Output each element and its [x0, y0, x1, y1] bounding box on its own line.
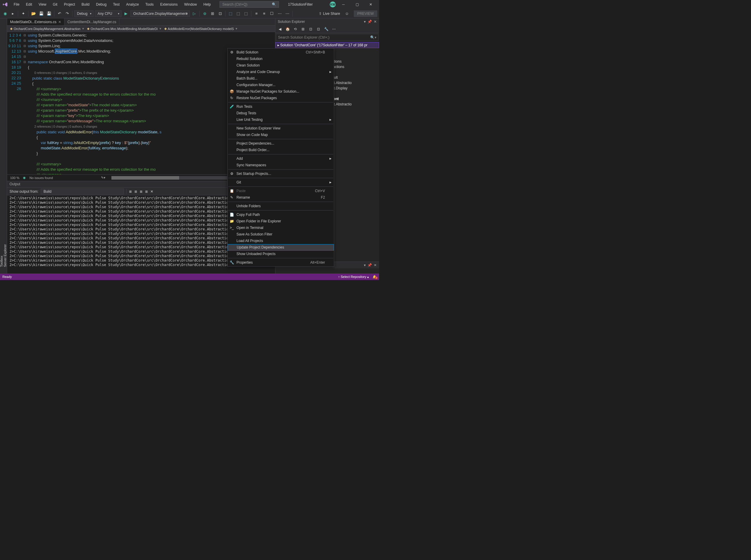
- se-wrench-icon[interactable]: 🔧: [323, 26, 330, 32]
- menu-window[interactable]: Window: [181, 1, 200, 8]
- dropdown-icon[interactable]: ▾: [364, 20, 366, 24]
- toolbox-tab[interactable]: Toolbox: [0, 21, 3, 267]
- menu-item-project-build-order-[interactable]: Project Build Order...: [228, 147, 334, 153]
- close-tab-icon[interactable]: ✕: [58, 20, 61, 24]
- tool-icon-9[interactable]: ☐: [269, 11, 275, 17]
- menu-item-show-on-code-map[interactable]: Show on Code Map: [228, 132, 334, 138]
- se-tool-2[interactable]: ⊡: [308, 26, 314, 32]
- menu-item-save-as-solution-filter[interactable]: Save As Solution Filter: [228, 231, 334, 238]
- back-button[interactable]: ◉: [2, 11, 8, 17]
- start-target-combo[interactable]: OrchardCore.DisplayManagement: [131, 11, 190, 17]
- menu-item-sync-namespaces[interactable]: Sync Namespaces: [228, 162, 334, 168]
- output-source-combo[interactable]: Build: [41, 188, 124, 195]
- menu-build[interactable]: Build: [79, 1, 93, 8]
- menu-item-update-project-dependencies[interactable]: Update Project Dependencies: [228, 244, 334, 251]
- tool-icon-5[interactable]: ⬚: [235, 11, 241, 17]
- breadcrumb-item[interactable]: ◆ OrchardCore.DisplayManagement.Abstract…: [9, 27, 86, 31]
- tool-icon-6[interactable]: ⬚: [243, 11, 249, 17]
- menu-item-configuration-manager-[interactable]: Configuration Manager...: [228, 82, 334, 88]
- menu-item-open-in-terminal[interactable]: >_Open in Terminal: [228, 224, 334, 231]
- live-share-button[interactable]: ⇪ Live Share: [316, 11, 342, 16]
- tool-icon-7[interactable]: ≡: [253, 11, 260, 17]
- menu-item-rebuild-solution[interactable]: Rebuild Solution: [228, 56, 334, 62]
- menu-item-set-startup-projects-[interactable]: ⚙Set Startup Projects...: [228, 171, 334, 177]
- menu-item-restore-nuget-packages[interactable]: ↻Restore NuGet Packages: [228, 95, 334, 101]
- menu-tools[interactable]: Tools: [142, 1, 157, 8]
- menu-edit[interactable]: Edit: [23, 1, 35, 8]
- menu-item-live-unit-testing[interactable]: Live Unit Testing▶: [228, 116, 334, 123]
- undo-icon[interactable]: ↶: [56, 11, 63, 17]
- menu-item-rename[interactable]: ✎RenameF2: [228, 194, 334, 201]
- breadcrumb-item[interactable]: ◆ AddModelError(ModelStateDictionary mod…: [163, 27, 239, 31]
- tool-icon-11[interactable]: ⋯: [284, 11, 291, 17]
- breadcrumb-item[interactable]: ◆ OrchardCore.Mvc.ModelBinding.ModelStat…: [86, 27, 163, 31]
- config-combo[interactable]: Debug: [74, 11, 94, 17]
- menu-file[interactable]: File: [11, 1, 22, 8]
- zoom-level[interactable]: 100 %: [10, 176, 19, 180]
- output-tool-2[interactable]: ≣: [134, 189, 137, 194]
- minimize-button[interactable]: ─: [337, 0, 349, 9]
- tool-icon-4[interactable]: ⬚: [227, 11, 234, 17]
- save-all-icon[interactable]: 💾: [46, 11, 52, 17]
- notifications-icon[interactable]: 🔔2: [373, 275, 377, 279]
- platform-combo[interactable]: Any CPU: [95, 11, 121, 17]
- maximize-button[interactable]: ▢: [351, 0, 363, 9]
- redo-icon[interactable]: ↷: [64, 11, 71, 17]
- start-no-debug-button[interactable]: ▷: [191, 11, 198, 17]
- close-panel-icon[interactable]: ✕: [374, 20, 377, 24]
- tool-icon-1[interactable]: ⊚: [201, 11, 208, 17]
- menu-item-analyze-and-code-cleanup[interactable]: Analyze and Code Cleanup▶: [228, 68, 334, 75]
- menu-item-properties[interactable]: 🔧PropertiesAlt+Enter: [228, 259, 334, 266]
- tool-icon-2[interactable]: ⊞: [209, 11, 216, 17]
- server-explorer-tab[interactable]: Server Explorer: [3, 21, 7, 267]
- feedback-icon[interactable]: ☺: [344, 11, 350, 17]
- menu-item-git[interactable]: Git▶: [228, 179, 334, 185]
- menu-view[interactable]: View: [36, 1, 49, 8]
- pin-icon[interactable]: 📌: [368, 20, 372, 24]
- new-project-icon[interactable]: ✦: [20, 11, 26, 17]
- se-search-box[interactable]: Search Solution Explorer (Ctrl+;) 🔍▾: [276, 34, 378, 41]
- tool-icon-3[interactable]: ⊡: [217, 11, 223, 17]
- se-tool-1[interactable]: ⊞: [300, 26, 306, 32]
- menu-test[interactable]: Test: [110, 1, 123, 8]
- menu-help[interactable]: Help: [200, 1, 214, 8]
- menu-item-debug-tests[interactable]: Debug Tests: [228, 110, 334, 116]
- se-tool-3[interactable]: ⊡: [315, 26, 322, 32]
- tool-icon-8[interactable]: ≡: [261, 11, 268, 17]
- menu-item-paste[interactable]: 📋PasteCtrl+V: [228, 188, 334, 194]
- start-button[interactable]: ▶: [123, 11, 129, 17]
- menu-project[interactable]: Project: [61, 1, 78, 8]
- output-clear-icon[interactable]: ✕: [150, 189, 153, 194]
- menu-analyze[interactable]: Analyze: [123, 1, 142, 8]
- menu-item-new-solution-explorer-view[interactable]: New Solution Explorer View: [228, 125, 334, 132]
- output-tool-3[interactable]: ≣: [140, 189, 143, 194]
- menu-debug[interactable]: Debug: [93, 1, 109, 8]
- se-back-icon[interactable]: ◀: [277, 26, 283, 32]
- document-tab[interactable]: ContentItemDi...layManager.cs: [64, 18, 119, 25]
- menu-extensions[interactable]: Extensions: [157, 1, 181, 8]
- avatar[interactable]: KW: [330, 1, 336, 7]
- repo-selector[interactable]: ↑ Select Repository ▴: [338, 275, 369, 279]
- menu-item-unhide-folders[interactable]: Unhide Folders: [228, 203, 334, 209]
- menu-item-load-all-projects[interactable]: Load All Projects: [228, 238, 334, 244]
- forward-button[interactable]: ▸: [9, 11, 16, 17]
- se-more-icon[interactable]: ⋯: [331, 26, 337, 32]
- open-icon[interactable]: 📂: [30, 11, 37, 17]
- menu-item-clean-solution[interactable]: Clean Solution: [228, 62, 334, 68]
- menu-git[interactable]: Git: [50, 1, 60, 8]
- search-box[interactable]: Search (Ctrl+Q) 🔍: [220, 1, 279, 8]
- save-icon[interactable]: 💾: [38, 11, 44, 17]
- close-button[interactable]: ✕: [365, 0, 377, 9]
- menu-item-add[interactable]: Add▶: [228, 155, 334, 162]
- menu-item-batch-build-[interactable]: Batch Build...: [228, 75, 334, 82]
- tool-icon-10[interactable]: ⋯: [276, 11, 283, 17]
- output-tool-4[interactable]: ≣: [145, 189, 148, 194]
- document-tab[interactable]: ModelStateDi...Extensions.cs✕: [7, 18, 64, 25]
- menu-item-open-folder-in-file-explorer[interactable]: 📁Open Folder in File Explorer: [228, 218, 334, 224]
- menu-item-run-tests[interactable]: 🧪Run Tests: [228, 103, 334, 110]
- menu-item-build-solution[interactable]: ⚙Build SolutionCtrl+Shift+B: [228, 49, 334, 56]
- se-sync-icon[interactable]: ⟲: [292, 26, 299, 32]
- menu-item-show-unloaded-projects[interactable]: Show Unloaded Projects: [228, 251, 334, 257]
- solution-root[interactable]: ▸ Solution 'OrchardCore' ('17SolutionFil…: [275, 42, 379, 48]
- menu-item-project-dependencies-[interactable]: Project Dependencies...: [228, 140, 334, 147]
